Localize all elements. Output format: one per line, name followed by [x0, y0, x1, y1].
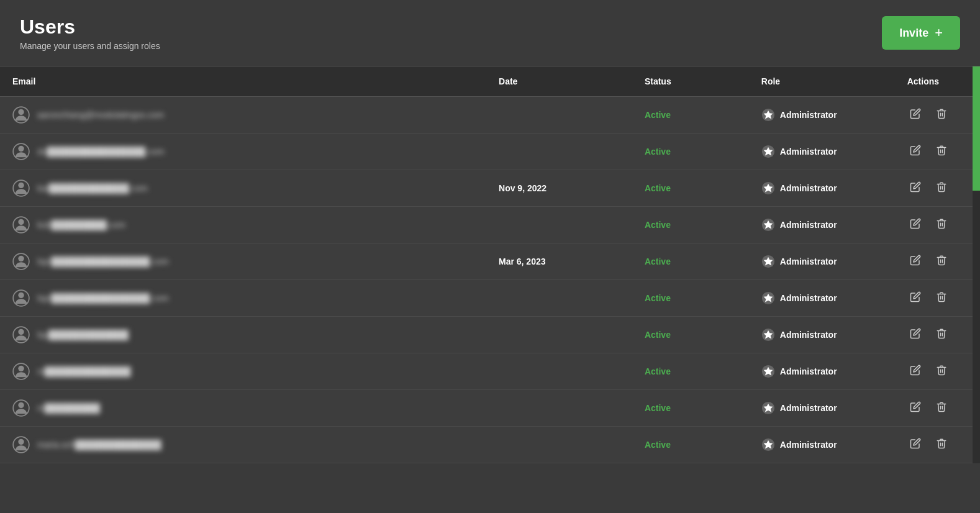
email-text: lsp█████████████	[37, 330, 129, 340]
table-row: kat█████████████.com Nov 9, 2022Active A…	[0, 170, 973, 207]
status-cell-4: Active	[632, 243, 749, 280]
users-table: Email Date Status Role Actions aaronchia…	[0, 66, 973, 463]
status-cell-9: Active	[632, 427, 749, 463]
edit-button[interactable]	[907, 399, 923, 417]
admin-star-icon	[761, 255, 775, 268]
table-body: aaronchiang@modulatingss.com Active Admi…	[0, 97, 973, 463]
status-cell-1: Active	[632, 134, 749, 170]
email-text: lspr████████████████.com	[37, 256, 169, 266]
status-badge: Active	[645, 403, 671, 413]
col-header-email: Email	[0, 66, 486, 97]
table-container: Email Date Status Role Actions aaronchia…	[0, 66, 973, 463]
page-title: Users	[20, 15, 160, 39]
role-label: Administrator	[780, 403, 837, 413]
svg-point-12	[18, 219, 24, 225]
svg-point-28	[18, 366, 24, 371]
admin-star-icon	[761, 365, 775, 378]
delete-button[interactable]	[933, 106, 950, 124]
role-cell-4: Administrator	[749, 243, 895, 280]
delete-button[interactable]	[933, 399, 950, 417]
role-label: Administrator	[780, 147, 837, 157]
table-row: lsp█████████████ Active Administrator	[0, 317, 973, 353]
role-cell-1: Administrator	[749, 134, 895, 170]
status-cell-7: Active	[632, 353, 749, 390]
date-cell-2: Nov 9, 2022	[486, 170, 632, 207]
edit-button[interactable]	[907, 106, 923, 124]
delete-button[interactable]	[933, 362, 950, 381]
admin-star-icon	[761, 218, 775, 232]
email-cell-2: kat█████████████.com	[0, 170, 486, 207]
email-text: kat█████████████.com	[37, 183, 148, 193]
email-cell-3: kub█████████.com	[0, 207, 486, 243]
date-cell-6	[486, 317, 632, 353]
admin-star-icon	[761, 181, 775, 195]
email-text: m█████████	[37, 403, 100, 413]
date-cell-0	[486, 97, 632, 134]
table-row: lspr████████████████.com Mar 6, 2023Acti…	[0, 243, 973, 280]
actions-cell-4	[895, 243, 973, 280]
invite-label: Invite	[899, 27, 928, 40]
date-cell-4: Mar 6, 2023	[486, 243, 632, 280]
actions-cell-0	[895, 97, 973, 134]
col-header-status: Status	[632, 66, 749, 97]
table-row: kub█████████.com Active Administrator	[0, 207, 973, 243]
svg-point-8	[18, 183, 24, 188]
edit-button[interactable]	[907, 216, 923, 234]
edit-button[interactable]	[907, 252, 923, 271]
role-label: Administrator	[780, 366, 837, 376]
email-text: do████████████████.com	[37, 147, 165, 157]
role-cell-3: Administrator	[749, 207, 895, 243]
status-cell-8: Active	[632, 390, 749, 427]
email-cell-0: aaronchiang@modulatingss.com	[0, 97, 486, 134]
status-cell-5: Active	[632, 280, 749, 317]
delete-button[interactable]	[933, 142, 950, 161]
delete-button[interactable]	[933, 216, 950, 234]
email-cell-9: maria.sch██████████████	[0, 427, 486, 463]
status-badge: Active	[645, 366, 671, 376]
col-header-actions: Actions	[895, 66, 973, 97]
scrollbar-track[interactable]	[973, 66, 980, 463]
user-avatar-icon	[12, 289, 30, 307]
table-row: aaronchiang@modulatingss.com Active Admi…	[0, 97, 973, 134]
date-cell-8	[486, 390, 632, 427]
svg-point-20	[18, 293, 24, 298]
date-cell-3	[486, 207, 632, 243]
user-avatar-icon	[12, 253, 30, 270]
email-cell-8: m█████████	[0, 390, 486, 427]
delete-button[interactable]	[933, 252, 950, 271]
edit-button[interactable]	[907, 142, 923, 161]
table-header: Email Date Status Role Actions	[0, 66, 973, 97]
actions-cell-5	[895, 280, 973, 317]
admin-star-icon	[761, 145, 775, 158]
invite-button[interactable]: Invite +	[882, 16, 960, 50]
date-value: Nov 9, 2022	[499, 183, 547, 193]
date-cell-7	[486, 353, 632, 390]
delete-button[interactable]	[933, 179, 950, 197]
edit-button[interactable]	[907, 362, 923, 381]
status-cell-2: Active	[632, 170, 749, 207]
svg-point-36	[18, 439, 24, 445]
edit-button[interactable]	[907, 179, 923, 197]
svg-point-32	[18, 402, 24, 408]
delete-button[interactable]	[933, 435, 950, 454]
header-row: Email Date Status Role Actions	[0, 66, 973, 97]
scrollbar-thumb[interactable]	[973, 66, 980, 191]
actions-cell-6	[895, 317, 973, 353]
date-value: Mar 6, 2023	[499, 256, 546, 266]
role-label: Administrator	[780, 293, 837, 303]
edit-button[interactable]	[907, 325, 923, 344]
main-content: Email Date Status Role Actions aaronchia…	[0, 66, 980, 463]
delete-button[interactable]	[933, 325, 950, 344]
delete-button[interactable]	[933, 289, 950, 307]
col-header-role: Role	[749, 66, 895, 97]
edit-button[interactable]	[907, 289, 923, 307]
actions-cell-8	[895, 390, 973, 427]
status-cell-6: Active	[632, 317, 749, 353]
user-avatar-icon	[12, 399, 30, 417]
status-badge: Active	[645, 183, 671, 193]
edit-button[interactable]	[907, 435, 923, 454]
status-badge: Active	[645, 147, 671, 157]
status-badge: Active	[645, 256, 671, 266]
role-label: Administrator	[780, 183, 837, 193]
actions-cell-9	[895, 427, 973, 463]
